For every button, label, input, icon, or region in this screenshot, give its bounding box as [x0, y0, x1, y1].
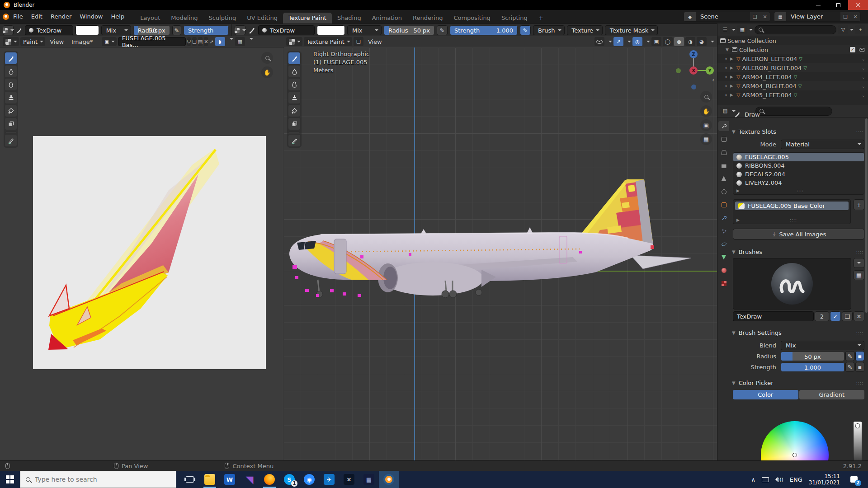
taskbar-word[interactable]: W — [220, 471, 240, 488]
navigation-gizmo[interactable]: Z X Y — [672, 49, 716, 93]
tab-layout[interactable]: Layout — [135, 13, 165, 23]
draw-tool-button[interactable] — [288, 52, 300, 64]
minimize-button[interactable] — [808, 0, 828, 10]
close-button[interactable] — [848, 0, 868, 10]
task-view-button[interactable] — [180, 471, 200, 488]
mask-tool-button[interactable] — [288, 118, 300, 130]
blend-dropdown[interactable]: Mix — [781, 341, 864, 350]
slot-item[interactable]: LIVERY2.004 — [733, 178, 864, 187]
soften-tool-button[interactable] — [5, 66, 17, 77]
view-layer-copy-icon[interactable]: ❏ — [840, 14, 850, 20]
add-slot-button[interactable]: + — [854, 199, 864, 210]
value-slider[interactable] — [853, 421, 862, 460]
brush-datablock[interactable]: TexDraw — [25, 25, 73, 35]
view-menu[interactable]: View — [365, 38, 385, 45]
radius-slider[interactable]: Radius 50 px — [133, 25, 170, 35]
chevron-down-icon[interactable]: ⌄ — [862, 84, 865, 89]
radius-pressure-icon[interactable]: ✎ — [845, 351, 854, 361]
scene-copy-icon[interactable]: ❏ — [750, 14, 760, 20]
fake-user-shield-icon[interactable]: ✓ — [830, 311, 841, 321]
taskbar-plane-app[interactable]: ✈ — [319, 471, 339, 488]
editor-type-button[interactable] — [3, 37, 19, 46]
brush-preview-dropdown[interactable] — [854, 258, 864, 268]
taskbar-skype[interactable]: S1 — [279, 471, 299, 488]
add-workspace-button[interactable]: + — [533, 13, 549, 23]
menu-help[interactable]: Help — [107, 10, 129, 23]
outliner-display-mode[interactable]: ☰ — [720, 25, 730, 34]
network-icon[interactable] — [762, 477, 769, 482]
strength-pressure-icon[interactable]: ✎ — [520, 25, 531, 35]
volume-icon[interactable]: ))) — [775, 477, 783, 483]
visibility-eye-icon[interactable] — [859, 48, 865, 52]
properties-tab-output[interactable] — [718, 147, 729, 157]
unlink-image-icon[interactable]: ✕ — [204, 37, 208, 46]
fill-tool-button[interactable] — [288, 105, 300, 117]
scene-name[interactable]: Scene — [696, 12, 750, 22]
search-input[interactable] — [35, 476, 170, 483]
slot-item[interactable]: RIBBONS.004 — [733, 161, 864, 170]
shading-solid-button[interactable]: ● — [674, 37, 684, 46]
clone-tool-button[interactable] — [288, 92, 300, 103]
menu-window[interactable]: Window — [75, 10, 107, 23]
tab-rendering[interactable]: Rendering — [407, 13, 448, 23]
color-tab[interactable]: Color — [733, 390, 798, 399]
properties-tab-render[interactable] — [718, 134, 729, 144]
clock[interactable]: 15:11 31/01/2021 — [809, 473, 840, 486]
tab-sculpting[interactable]: Sculpting — [203, 13, 241, 23]
taskbar-camera-app[interactable]: ◉ — [299, 471, 319, 488]
properties-tab-texture[interactable] — [718, 278, 729, 288]
properties-tab-scene[interactable] — [718, 174, 729, 183]
strength-slider[interactable]: 1.000 — [781, 362, 844, 372]
outliner-row-object[interactable]: •▶▽ ARM04_LEFT.004▽ ⌄ — [717, 72, 868, 81]
overlays-toggle[interactable]: ◎ — [632, 37, 642, 46]
menu-edit[interactable]: Edit — [27, 10, 47, 23]
properties-editor-type[interactable]: ▤ — [720, 107, 730, 116]
unlink-brush-icon[interactable]: ✕ — [854, 311, 864, 321]
airplane-model[interactable] — [283, 47, 717, 460]
outliner-row-object[interactable]: •▶▽ AILERON_LEFT.004▽ ⌄ — [717, 54, 868, 63]
camera-view-icon[interactable]: ▣ — [700, 119, 712, 131]
chevron-down-icon[interactable]: ⌄ — [862, 66, 865, 70]
color-picker-section[interactable]: ▼Color Picker:::: — [730, 380, 865, 386]
radius-unified-toggle[interactable]: ▪ — [855, 351, 864, 361]
strength-slider[interactable]: Strength 1.000 — [450, 25, 518, 35]
gizmo-y-negative[interactable] — [676, 68, 681, 73]
texture-menu[interactable]: Texture — [567, 25, 603, 35]
paint-mask-icon[interactable]: ❏ — [354, 37, 363, 46]
base-color-item[interactable]: FUSELAGE.005 Base Color — [735, 202, 849, 210]
gizmo-z-negative[interactable] — [691, 84, 696, 89]
chevron-down-icon[interactable]: ⌄ — [862, 93, 865, 98]
blender-menu-icon[interactable] — [3, 14, 9, 20]
taskbar-x-app[interactable]: ✕ — [339, 471, 359, 488]
color-wheel-cursor[interactable] — [793, 453, 797, 457]
zoom-icon[interactable] — [261, 52, 273, 64]
smear-tool-button[interactable] — [5, 79, 17, 90]
fake-user-shield-icon[interactable]: ⛉ — [187, 37, 191, 46]
copy-image-icon[interactable]: ❏ — [192, 37, 197, 46]
viewport-3d[interactable]: Right Orthographic (1) FUSELAGE.005 Mete… — [283, 47, 717, 460]
start-button[interactable] — [0, 471, 20, 488]
xray-toggle[interactable]: ▣ — [651, 37, 661, 46]
tab-scripting[interactable]: Scripting — [496, 13, 533, 23]
radius-pressure-icon[interactable]: ✎ — [172, 25, 181, 35]
editor-type-button[interactable] — [286, 37, 302, 46]
mask-tool-button[interactable] — [5, 118, 17, 130]
taskbar-file-explorer[interactable] — [200, 471, 220, 488]
filter-funnel-icon[interactable]: ▽ — [838, 25, 848, 34]
soften-tool-button[interactable] — [288, 66, 300, 77]
collection-checkbox[interactable]: ✓ — [850, 47, 855, 52]
outliner-filter-icon[interactable]: ▦ — [737, 25, 747, 34]
brush-menu[interactable]: Brush — [533, 25, 565, 35]
annotate-tool-button[interactable] — [288, 135, 300, 146]
properties-tab-view-layer[interactable] — [718, 160, 729, 170]
paint-color-swatch[interactable] — [317, 25, 345, 35]
radius-slider[interactable]: 50 px — [781, 352, 844, 361]
outliner-row-scene-collection[interactable]: Scene Collection — [717, 36, 868, 45]
shading-wireframe-button[interactable]: ◯ — [663, 37, 673, 46]
properties-tab-modifiers[interactable] — [718, 213, 729, 223]
tab-texture-paint[interactable]: Texture Paint — [283, 13, 332, 23]
properties-scrollbar[interactable] — [865, 118, 868, 313]
taskbar-firefox[interactable] — [259, 471, 279, 488]
shading-material-button[interactable]: ◑ — [685, 37, 695, 46]
smear-tool-button[interactable] — [288, 79, 300, 90]
